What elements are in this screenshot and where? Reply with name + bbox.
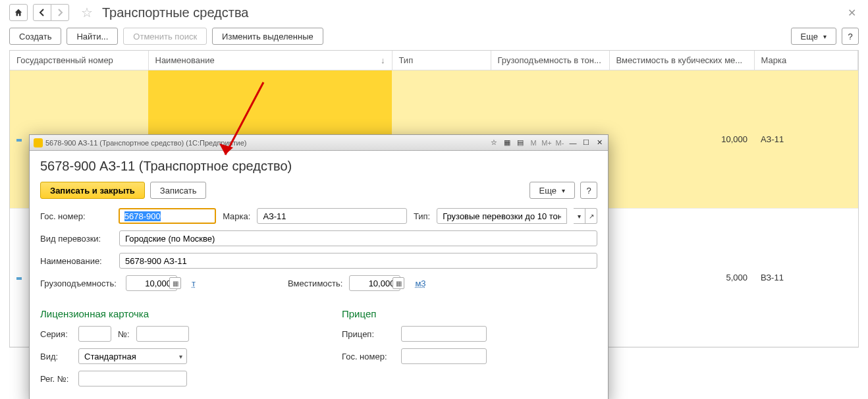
col-capacity-m[interactable]: Вместимость в кубических ме... bbox=[609, 51, 754, 70]
row-marker-icon bbox=[16, 277, 22, 280]
name-input[interactable] bbox=[119, 253, 597, 269]
col-brand[interactable]: Марка bbox=[754, 51, 858, 70]
sort-indicator-icon: ↓ bbox=[381, 55, 385, 65]
back-button[interactable] bbox=[33, 4, 51, 21]
win-memory-mplus: M+ bbox=[541, 138, 553, 148]
type-select[interactable] bbox=[437, 208, 567, 224]
table-header-row: Государственный номер Наименование↓ Тип … bbox=[10, 51, 858, 70]
col-capacity-t[interactable]: Грузоподъемность в тон... bbox=[491, 51, 609, 70]
win-minimize-icon[interactable]: — bbox=[567, 138, 579, 148]
no-input[interactable] bbox=[136, 326, 189, 342]
series-input[interactable] bbox=[78, 326, 111, 342]
find-button[interactable]: Найти... bbox=[67, 28, 118, 45]
label-brand: Марка: bbox=[223, 211, 250, 221]
brand-input[interactable] bbox=[257, 208, 406, 224]
col-gosnum[interactable]: Государственный номер bbox=[10, 51, 148, 70]
open-ref-icon[interactable]: ↗ bbox=[585, 208, 597, 224]
home-icon bbox=[14, 8, 23, 17]
gosnum-input[interactable] bbox=[119, 208, 216, 224]
win-maximize-icon[interactable]: ☐ bbox=[580, 138, 592, 148]
trailer-input[interactable] bbox=[401, 326, 487, 342]
close-icon[interactable]: ✕ bbox=[848, 7, 856, 19]
label-type: Тип: bbox=[414, 211, 430, 221]
label-name: Наименование: bbox=[40, 256, 113, 266]
forward-button[interactable] bbox=[51, 4, 69, 21]
unit-m3-link[interactable]: м3 bbox=[415, 279, 425, 288]
home-button[interactable] bbox=[9, 4, 28, 21]
label-gosnum: Гос. номер: bbox=[40, 211, 112, 221]
dialog-more-button[interactable]: Еще bbox=[529, 182, 575, 199]
label-trailer: Прицеп: bbox=[342, 329, 394, 339]
dialog-heading: 5678-900 АЗ-11 (Транспортное средство) bbox=[40, 159, 597, 174]
kind-select[interactable] bbox=[78, 348, 187, 364]
dialog-toolbar: Записать и закрыть Записать Еще ? bbox=[40, 182, 597, 199]
save-button[interactable]: Записать bbox=[150, 182, 207, 199]
vehicle-dialog: 5678-900 АЗ-11 (Транспортное средство) (… bbox=[29, 134, 609, 399]
section-license: Лицензионная карточка bbox=[40, 308, 296, 319]
capacity-m-input[interactable] bbox=[349, 275, 400, 291]
trailer-gosnum-input[interactable] bbox=[401, 348, 487, 364]
label-no: №: bbox=[118, 329, 130, 339]
label-series: Серия: bbox=[40, 329, 72, 339]
more-button[interactable]: Еще bbox=[791, 28, 836, 45]
list-toolbar: Создать Найти... Отменить поиск Изменить… bbox=[0, 28, 868, 50]
label-capacity-m: Вместимость: bbox=[288, 279, 342, 288]
label-trailer-gosnum: Гос. номер: bbox=[342, 352, 394, 361]
label-kind: Вид: bbox=[40, 352, 72, 361]
help-button[interactable]: ? bbox=[842, 28, 859, 45]
transkind-input[interactable] bbox=[119, 230, 597, 246]
win-calendar-icon[interactable]: ▤ bbox=[514, 138, 526, 148]
dropdown-icon[interactable]: ▾ bbox=[574, 208, 585, 224]
arrow-right-icon bbox=[56, 9, 64, 16]
nav-group bbox=[33, 4, 69, 21]
cancel-search-button: Отменить поиск bbox=[123, 28, 207, 45]
arrow-left-icon bbox=[38, 9, 46, 16]
dialog-help-button[interactable]: ? bbox=[580, 182, 597, 199]
dialog-titlebar[interactable]: 5678-900 АЗ-11 (Транспортное средство) (… bbox=[30, 135, 608, 151]
col-name[interactable]: Наименование↓ bbox=[148, 51, 392, 70]
label-capacity-t: Грузоподъемность: bbox=[40, 279, 119, 288]
win-calc-icon[interactable]: ▦ bbox=[501, 138, 513, 148]
create-button[interactable]: Создать bbox=[9, 28, 61, 45]
label-regno: Рег. №: bbox=[40, 374, 72, 384]
favorite-star-icon[interactable]: ☆ bbox=[81, 5, 93, 20]
header-bar: ☆ Транспортные средства ✕ bbox=[0, 0, 868, 28]
win-close-icon[interactable]: ✕ bbox=[593, 138, 605, 148]
page-title: Транспортные средства bbox=[102, 5, 248, 20]
win-star-icon[interactable]: ☆ bbox=[488, 138, 500, 148]
save-and-close-button[interactable]: Записать и закрыть bbox=[40, 182, 145, 199]
dialog-title-text: 5678-900 АЗ-11 (Транспортное средство) (… bbox=[45, 139, 247, 147]
edit-selected-button[interactable]: Изменить выделенные bbox=[212, 28, 323, 45]
section-trailer: Прицеп bbox=[342, 308, 597, 319]
win-memory-m: M bbox=[528, 138, 539, 148]
regno-input[interactable] bbox=[78, 371, 187, 386]
row-marker-icon bbox=[16, 139, 22, 142]
label-transkind: Вид перевозки: bbox=[40, 234, 113, 244]
win-memory-mminus: M- bbox=[554, 138, 566, 148]
app-1c-icon bbox=[34, 138, 43, 147]
capacity-t-input[interactable] bbox=[126, 275, 177, 291]
col-type[interactable]: Тип bbox=[392, 51, 491, 70]
unit-t-link[interactable]: т bbox=[192, 279, 196, 288]
